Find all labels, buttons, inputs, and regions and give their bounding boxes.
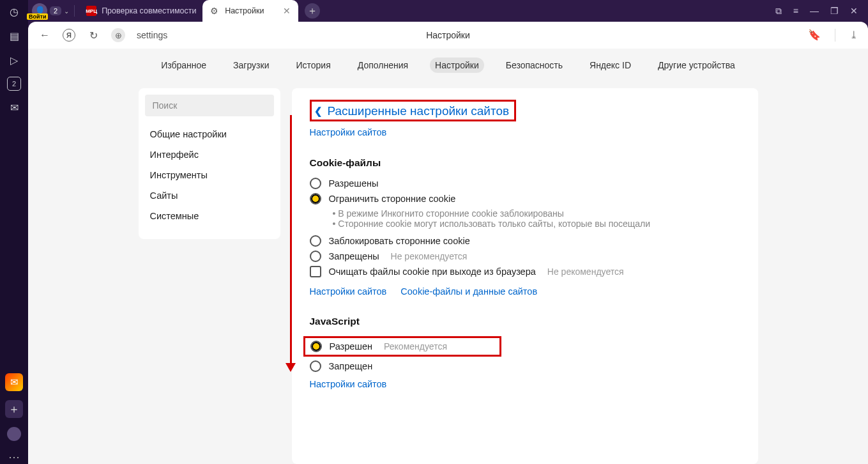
sidebar-item-system[interactable]: Системные: [139, 206, 280, 226]
site-settings-link[interactable]: Настройки сайтов: [310, 127, 387, 137]
nav-history[interactable]: История: [291, 58, 335, 73]
maximize-button[interactable]: ❐: [830, 6, 839, 16]
login-label: Войти: [27, 13, 48, 20]
chat-icon[interactable]: ✉: [6, 100, 22, 115]
url-text[interactable]: settings: [137, 30, 167, 40]
close-window-button[interactable]: ✕: [850, 6, 858, 16]
annotation-arrow-head: [286, 363, 296, 372]
feed-icon[interactable]: ▤: [6, 28, 22, 43]
search-input[interactable]: Поиск: [145, 95, 274, 116]
nav-settings[interactable]: Настройки: [430, 58, 484, 73]
nav-yandex-id[interactable]: Яндекс ID: [584, 58, 636, 73]
globe-icon: ⊕: [111, 28, 125, 42]
sidebar-item-tools[interactable]: Инструменты: [139, 165, 280, 185]
separator: [74, 5, 75, 17]
sidebar-item-sites[interactable]: Сайты: [139, 185, 280, 206]
radio-cookies-deny[interactable]: ЗапрещеныНе рекомендуется: [310, 251, 740, 262]
nav-extensions[interactable]: Дополнения: [353, 58, 413, 73]
settings-main: ❮ Расширенные настройки сайтов Настройки…: [292, 88, 758, 464]
window-controls: ⧉ ≡ — ❐ ✕: [775, 6, 868, 17]
sidebar-item-interface[interactable]: Интерфейс: [139, 144, 280, 165]
bookmark-icon[interactable]: 🔖: [808, 29, 821, 42]
reload-button[interactable]: ↻: [87, 29, 100, 42]
radio-cookies-block3p[interactable]: Заблокировать сторонние cookie: [310, 235, 740, 247]
back-button[interactable]: ←: [38, 29, 51, 41]
profile-area[interactable]: 👤 Войти: [28, 3, 47, 19]
yandex-icon[interactable]: Я: [63, 29, 75, 42]
tab-title: Проверка совместимости: [102, 6, 196, 15]
separator: [835, 29, 835, 42]
tab-title: Настройки: [225, 6, 264, 15]
nav-devices[interactable]: Другие устройства: [653, 58, 740, 73]
radio-js-allow[interactable]: РазрешенРекомендуется: [310, 341, 447, 352]
js-site-settings-link[interactable]: Настройки сайтов: [310, 379, 387, 389]
settings-nav: Избранное Загрузки История Дополнения На…: [28, 49, 868, 82]
new-tab-button[interactable]: ＋: [305, 3, 320, 19]
annotation-arrow: [290, 115, 292, 367]
breadcrumb-highlight: ❮ Расширенные настройки сайтов: [310, 100, 517, 121]
radio-js-deny[interactable]: Запрещен: [310, 360, 740, 372]
js-allow-highlight: РазрешенРекомендуется: [303, 336, 501, 357]
settings-body: Поиск Общие настройки Интерфейс Инструме…: [28, 82, 868, 464]
mail-icon[interactable]: ✉: [5, 373, 23, 391]
download-icon[interactable]: ⤓: [849, 29, 858, 42]
cookies-limit-details: В режиме Инкогнито сторонние cookie забл…: [333, 208, 740, 229]
tab-compat[interactable]: МРЦ Проверка совместимости: [80, 0, 201, 22]
add-panel-button[interactable]: ＋: [5, 400, 23, 418]
sidebar-badge-2[interactable]: 2: [7, 77, 21, 91]
chevron-down-icon[interactable]: ⌄: [64, 8, 69, 15]
page-title: Настройки: [426, 30, 470, 40]
assistant-icon[interactable]: [7, 427, 21, 441]
os-sidebar: ◷ ▤ ▷ 2 ✉ ✉ ＋ ⋯: [0, 0, 28, 464]
tab-settings[interactable]: ⚙ Настройки ✕: [202, 0, 298, 22]
minimize-button[interactable]: —: [810, 6, 819, 16]
tab-count-chip[interactable]: 2: [50, 6, 61, 15]
section-title-js: JavaScript: [310, 316, 740, 327]
gear-icon: ⚙: [210, 6, 218, 16]
tab-favicon: МРЦ: [86, 6, 96, 16]
site-settings-link-2[interactable]: Настройки сайтов: [310, 286, 387, 297]
close-icon[interactable]: ✕: [283, 6, 291, 16]
radio-cookies-limit[interactable]: Ограничить сторонние cookie: [310, 193, 740, 205]
nav-security[interactable]: Безопасность: [501, 58, 568, 73]
chevron-left-icon[interactable]: ❮: [314, 105, 323, 117]
checkbox-clear-cookies[interactable]: Очищать файлы cookie при выходе из брауз…: [310, 266, 740, 277]
nav-downloads[interactable]: Загрузки: [228, 58, 274, 73]
menu-icon[interactable]: ≡: [793, 6, 798, 16]
address-bar: ← Я ↻ ⊕ settings Настройки 🔖 ⤓: [28, 22, 868, 49]
clock-icon[interactable]: ◷: [6, 4, 22, 19]
sidebar-item-general[interactable]: Общие настройки: [139, 124, 280, 144]
section-title-cookies: Cookie-файлы: [310, 157, 740, 169]
play-icon[interactable]: ▷: [6, 52, 22, 68]
nav-favorites[interactable]: Избранное: [156, 58, 211, 73]
radio-cookies-allowed[interactable]: Разрешены: [310, 178, 740, 189]
breadcrumb[interactable]: Расширенные настройки сайтов: [328, 104, 510, 118]
sidebar-toggle-icon[interactable]: ⧉: [775, 6, 782, 17]
cookies-data-link[interactable]: Cookie-файлы и данные сайтов: [400, 286, 537, 297]
settings-sidebar: Поиск Общие настройки Интерфейс Инструме…: [139, 88, 280, 239]
more-icon[interactable]: ⋯: [8, 450, 20, 464]
titlebar: 👤 Войти 2 ⌄ МРЦ Проверка совместимости ⚙…: [28, 0, 868, 22]
